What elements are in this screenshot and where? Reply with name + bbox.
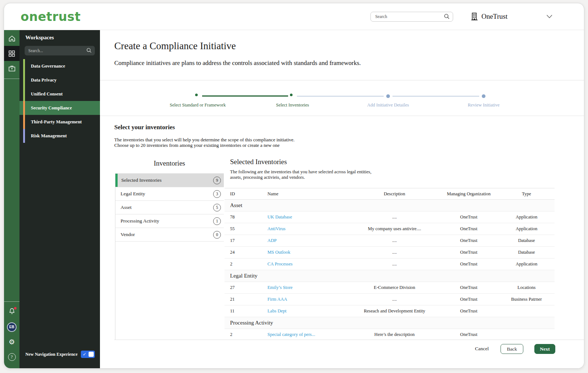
category-label: Legal Entity	[118, 191, 213, 197]
category-count-badge: 1	[213, 217, 221, 225]
home-icon	[8, 35, 15, 42]
cell-description: ....	[350, 247, 439, 258]
chevron-down-icon[interactable]	[546, 14, 553, 19]
home-nav-button[interactable]	[4, 31, 19, 46]
grid-icon	[8, 50, 15, 57]
sidebar-item-data-privacy[interactable]: Data Privacy	[19, 73, 100, 87]
inventory-name-link[interactable]: AntiVirus	[268, 226, 286, 231]
page-subtitle: Compliance initiatives are plans to addr…	[114, 59, 569, 67]
inventory-category-list: Selected Inventories9Legal Entity3Asset5…	[115, 173, 224, 340]
avatar: EB	[7, 322, 17, 332]
global-search	[370, 12, 453, 22]
cell-managing-organization: OneTrust	[439, 329, 499, 340]
page-title: Create a Compliance Initiative	[114, 40, 569, 52]
cell-name: Firm AAA	[268, 294, 350, 305]
cell-managing-organization: OneTrust	[439, 247, 499, 258]
inventory-category-asset[interactable]: Asset5	[115, 201, 224, 214]
table-row: 24MS Outlook....OneTrustDatabase	[225, 247, 555, 258]
notifications-button[interactable]	[4, 304, 19, 319]
cancel-button[interactable]: Cancel	[474, 344, 490, 354]
building-icon	[471, 12, 478, 21]
workspace-label: Data Governance	[25, 59, 100, 73]
settings-button[interactable]: ⚙	[4, 334, 19, 350]
cell-name: MS Outlook	[268, 247, 350, 258]
top-header: onetrust	[4, 3, 584, 30]
cell-type: Database	[498, 235, 555, 247]
briefcase-icon	[8, 65, 15, 72]
cell-description: My company uses antivire....	[350, 223, 439, 235]
stepper-connector	[392, 96, 479, 97]
workspace-label: Risk Management	[25, 129, 100, 143]
cell-description: ....	[350, 258, 439, 270]
gear-icon: ⚙	[8, 338, 15, 345]
sidebar-item-risk-management[interactable]: Risk Management	[19, 129, 100, 143]
cell-description: ....	[350, 211, 439, 223]
workspace-label: Security Compliance	[25, 101, 100, 115]
inventory-category-vendor[interactable]: Vendor0	[115, 228, 224, 242]
inventory-category-selected-inventories[interactable]: Selected Inventories9	[115, 174, 224, 187]
step-node-4	[482, 94, 485, 98]
workspaces-title: Workspaces	[19, 35, 100, 41]
group-name: Processing Activity	[225, 317, 555, 329]
inventory-name-link[interactable]: Firm AAA	[268, 297, 287, 302]
sidebar-item-unified-consent[interactable]: Unified Consent	[19, 87, 100, 101]
workspace-list: Data GovernanceData PrivacyUnified Conse…	[19, 59, 100, 143]
category-label: Vendor	[118, 232, 213, 238]
cell-id: 27	[225, 282, 268, 294]
help-button[interactable]: ?	[4, 350, 19, 365]
selected-inventories-title: Selected Inventories	[225, 158, 555, 166]
inventory-name-link[interactable]: MS Outlook	[268, 250, 290, 255]
user-menu-button[interactable]: EB	[4, 319, 19, 334]
column-header-managing-organization: Managing Organization	[439, 188, 499, 200]
workspace-label: Third-Party Management	[25, 115, 100, 129]
inventory-category-processing-activity[interactable]: Processing Activity1	[115, 214, 224, 228]
workspace-label: Data Privacy	[25, 73, 100, 87]
workspaces-nav-button[interactable]	[4, 46, 19, 61]
sidebar-item-data-governance[interactable]: Data Governance	[19, 59, 100, 73]
category-label: Processing Activity	[118, 218, 213, 224]
rail-divider-bottom	[4, 301, 19, 302]
cell-description: ....	[350, 294, 439, 305]
sidebar-item-security-compliance[interactable]: Security Compliance	[19, 101, 100, 115]
back-button[interactable]: Back	[501, 344, 523, 354]
cell-description: Here’s the description	[350, 329, 439, 340]
inventory-name-link[interactable]: ADP	[268, 238, 277, 243]
inventory-name-link[interactable]: Special category of pers...	[268, 332, 315, 337]
cell-name: Emily’s Store	[268, 282, 350, 294]
inventory-name-link[interactable]: UK Database	[268, 214, 292, 220]
stepper-connector	[202, 95, 288, 97]
cell-managing-organization: OneTrust	[439, 258, 499, 270]
help-icon: ?	[8, 353, 16, 361]
cell-type: Database	[498, 247, 555, 258]
inventory-name-link[interactable]: Labs Dept	[268, 308, 287, 314]
cell-type	[498, 305, 555, 317]
workspaces-search-input[interactable]	[25, 46, 95, 55]
cell-description: ....	[350, 235, 439, 247]
org-name: OneTrust	[481, 12, 508, 21]
projects-nav-button[interactable]	[4, 61, 19, 76]
category-count-badge: 3	[213, 190, 221, 198]
table-row: 2Special category of pers...Here’s the d…	[225, 329, 555, 340]
column-header-type: Type	[498, 188, 555, 200]
selected-inventories-column: Selected Inventories The following are t…	[225, 158, 555, 340]
inventory-name-link[interactable]: Emily’s Store	[268, 285, 293, 290]
step-label-4: Review Initiative	[440, 102, 528, 108]
search-icon	[444, 14, 450, 19]
step-label-1: Select Standard or Framework	[154, 102, 242, 108]
org-switcher[interactable]: OneTrust	[471, 12, 508, 21]
inventory-category-legal-entity[interactable]: Legal Entity3	[115, 187, 224, 201]
cell-managing-organization: OneTrust	[439, 294, 499, 305]
icon-rail: EB ⚙ ?	[4, 30, 19, 368]
next-button[interactable]: Next	[534, 344, 555, 354]
toggle-knob	[89, 352, 94, 357]
inventory-name-link[interactable]: CA Processes	[268, 261, 293, 267]
section-title: Select your inventories	[114, 124, 584, 131]
cell-managing-organization: OneTrust	[439, 305, 499, 317]
sidebar-item-third-party-management[interactable]: Third-Party Management	[19, 115, 100, 129]
new-nav-toggle[interactable]: ✓	[81, 351, 95, 358]
cell-type: Locations	[498, 282, 555, 294]
cell-name: Labs Dept	[268, 305, 350, 317]
step-node-1	[195, 94, 198, 96]
global-search-input[interactable]	[370, 12, 453, 22]
search-icon	[86, 48, 92, 53]
